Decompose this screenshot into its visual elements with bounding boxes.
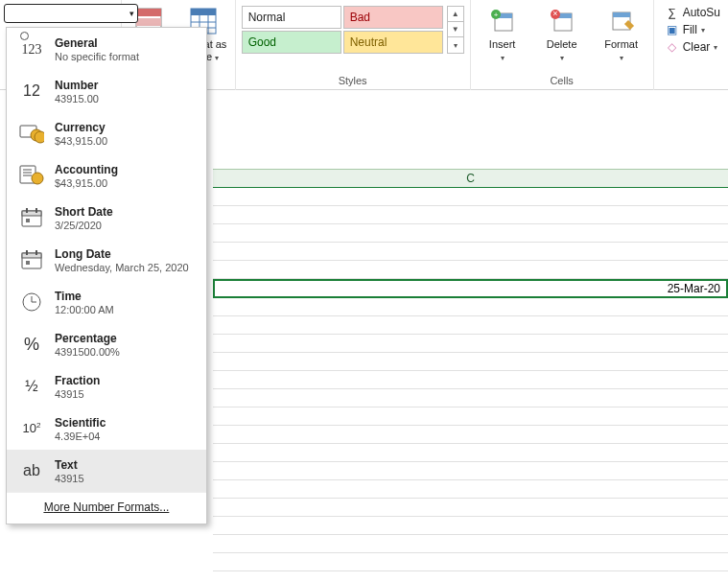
column-header[interactable]: C bbox=[213, 169, 728, 188]
svg-rect-4 bbox=[191, 9, 216, 15]
grid-row[interactable] bbox=[213, 188, 728, 206]
number-format-option-shortdate[interactable]: Short Date3/25/2020 bbox=[7, 197, 206, 239]
grid-row[interactable] bbox=[213, 462, 728, 480]
more-number-formats-link[interactable]: More Number Formats... bbox=[7, 492, 206, 524]
style-normal[interactable]: Normal bbox=[242, 6, 341, 29]
fill-button[interactable]: ▣ Fill ▾ bbox=[666, 23, 720, 36]
autosum-label: AutoSu bbox=[683, 6, 720, 19]
grid-row[interactable] bbox=[213, 316, 728, 335]
grid-row[interactable] bbox=[213, 206, 728, 224]
fraction-icon: ½ bbox=[18, 373, 45, 400]
grid-row[interactable] bbox=[213, 353, 728, 371]
shortdate-icon bbox=[18, 204, 45, 231]
chevron-down-icon: ▾ bbox=[560, 54, 564, 62]
editing-group: ∑ AutoSu ▣ Fill ▾ ◇ Clear ▾ bbox=[660, 2, 722, 54]
gallery-scroll-more[interactable]: ▾ bbox=[448, 37, 463, 53]
percentage-icon: % bbox=[18, 331, 45, 358]
number-format-dropdown: 123GeneralNo specific format12Number4391… bbox=[6, 27, 207, 524]
format-label: Format bbox=[604, 38, 638, 50]
option-preview: 43915 bbox=[55, 473, 84, 484]
number-format-option-percentage[interactable]: %Percentage4391500.00% bbox=[7, 323, 206, 365]
general-icon: 123 bbox=[18, 35, 45, 62]
scientific-icon: 102 bbox=[18, 415, 45, 442]
chevron-down-icon: ▾ bbox=[620, 54, 623, 62]
longdate-icon bbox=[18, 246, 45, 273]
number-format-option-text[interactable]: abText43915 bbox=[7, 450, 206, 492]
eraser-icon: ◇ bbox=[666, 40, 679, 54]
option-title: General bbox=[55, 36, 139, 50]
grid-row[interactable] bbox=[213, 335, 728, 353]
grid-row[interactable] bbox=[213, 407, 728, 426]
gallery-scroll-up[interactable]: ▲ bbox=[448, 7, 463, 22]
grid-row[interactable] bbox=[213, 243, 728, 261]
number-format-option-time[interactable]: Time12:00:00 AM bbox=[7, 281, 206, 323]
grid-row[interactable] bbox=[213, 444, 728, 462]
format-icon bbox=[606, 6, 637, 36]
option-preview: 3/25/2020 bbox=[55, 220, 113, 231]
style-good[interactable]: Good bbox=[242, 31, 341, 54]
grid-row[interactable] bbox=[213, 261, 728, 279]
svg-rect-36 bbox=[26, 261, 30, 265]
option-title: Time bbox=[55, 290, 114, 303]
grid-row[interactable] bbox=[213, 426, 728, 444]
style-bad[interactable]: Bad bbox=[343, 6, 443, 29]
insert-button[interactable]: + Insert▾ bbox=[477, 2, 528, 62]
autosum-button[interactable]: ∑ AutoSu bbox=[666, 6, 720, 19]
number-format-option-fraction[interactable]: ½Fraction43915 bbox=[7, 365, 206, 407]
number-format-combobox[interactable]: ▾ bbox=[4, 4, 138, 23]
option-preview: 12:00:00 AM bbox=[55, 304, 114, 315]
svg-rect-29 bbox=[26, 208, 28, 213]
svg-rect-2 bbox=[136, 18, 161, 26]
number-format-option-number[interactable]: 12Number43915.00 bbox=[7, 70, 206, 112]
option-title: Scientific bbox=[55, 416, 106, 430]
grid-row[interactable] bbox=[213, 389, 728, 407]
option-title: Accounting bbox=[55, 163, 118, 176]
chevron-down-icon: ▾ bbox=[129, 9, 134, 18]
format-button[interactable]: Format▾ bbox=[596, 2, 647, 62]
number-format-option-currency[interactable]: Currency$43,915.00 bbox=[7, 112, 206, 154]
grid-row[interactable] bbox=[213, 371, 728, 389]
number-format-option-general[interactable]: 123GeneralNo specific format bbox=[7, 28, 206, 70]
clear-label: Clear bbox=[683, 40, 711, 54]
gallery-scroll-down[interactable]: ▼ bbox=[448, 22, 463, 37]
grid-row[interactable]: 25-Mar-20 bbox=[213, 279, 728, 298]
accounting-icon bbox=[18, 162, 45, 189]
styles-group: Normal Bad Good Neutral ▲ ▼ ▾ Styles bbox=[236, 0, 471, 90]
grid-row[interactable] bbox=[213, 553, 728, 571]
grid-row[interactable] bbox=[213, 517, 728, 535]
svg-rect-31 bbox=[26, 219, 30, 222]
delete-label: Delete bbox=[547, 38, 577, 50]
grid-row[interactable] bbox=[213, 224, 728, 243]
svg-rect-18 bbox=[613, 12, 630, 17]
grid-row[interactable] bbox=[213, 535, 728, 553]
grid-row[interactable] bbox=[213, 298, 728, 316]
number-format-option-scientific[interactable]: 102Scientific4.39E+04 bbox=[7, 407, 206, 450]
cell-styles-gallery[interactable]: Normal Bad Good Neutral bbox=[242, 6, 443, 54]
cell-value: 25-Mar-20 bbox=[668, 282, 720, 295]
number-format-option-accounting[interactable]: Accounting $43,915.00 bbox=[7, 154, 206, 197]
option-title: Percentage bbox=[55, 332, 120, 345]
grid-row[interactable] bbox=[213, 480, 728, 499]
styles-group-label: Styles bbox=[339, 75, 367, 88]
svg-text:+: + bbox=[493, 11, 498, 19]
chevron-down-icon: ▾ bbox=[215, 54, 219, 62]
worksheet-grid[interactable]: 25-Mar-20 bbox=[213, 188, 728, 582]
option-preview: No specific format bbox=[55, 51, 139, 62]
style-neutral[interactable]: Neutral bbox=[343, 31, 443, 54]
text-icon: ab bbox=[18, 457, 45, 484]
delete-icon: × bbox=[547, 6, 577, 36]
clear-button[interactable]: ◇ Clear ▾ bbox=[666, 40, 720, 54]
option-title: Short Date bbox=[55, 205, 113, 219]
svg-text:×: × bbox=[552, 9, 557, 18]
option-preview: 43915.00 bbox=[55, 93, 99, 105]
svg-rect-30 bbox=[35, 208, 37, 213]
grid-row[interactable] bbox=[213, 499, 728, 517]
time-icon bbox=[18, 289, 45, 315]
option-title: Currency bbox=[55, 121, 107, 134]
delete-button[interactable]: × Delete▾ bbox=[536, 2, 588, 62]
number-format-option-longdate[interactable]: Long DateWednesday, March 25, 2020 bbox=[7, 239, 206, 281]
gallery-scroll: ▲ ▼ ▾ bbox=[447, 6, 464, 54]
cells-group: + Insert▾ × Delete▾ Format▾ Cells bbox=[471, 0, 654, 90]
insert-label: Insert bbox=[489, 38, 516, 50]
option-title: Text bbox=[55, 458, 84, 472]
